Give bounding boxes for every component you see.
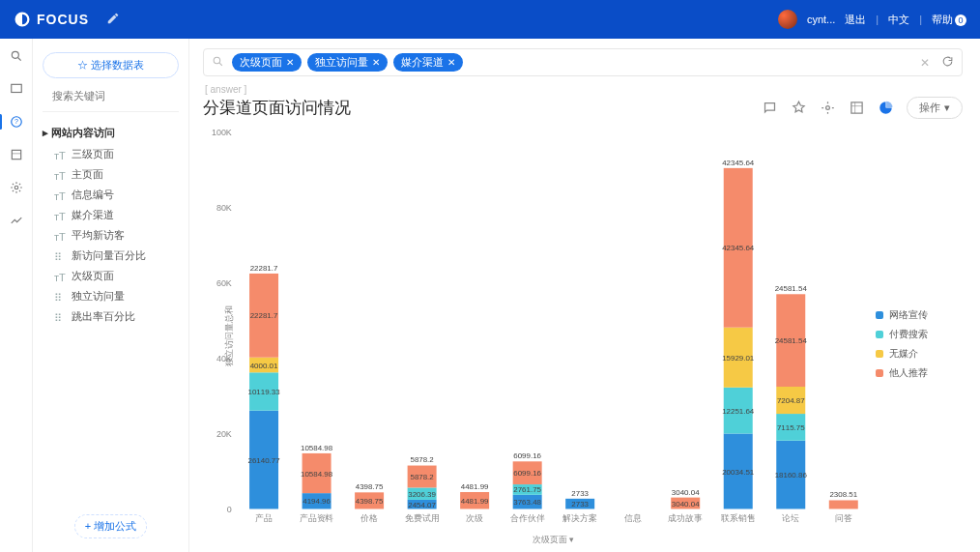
svg-text:次级页面 ▾: 次级页面 ▾: [533, 535, 574, 544]
chip-label: 独立访问量: [315, 55, 368, 70]
chip-remove-icon[interactable]: ✕: [447, 57, 455, 68]
tree-root[interactable]: ▸ 网站内容访问: [43, 122, 179, 144]
chip-remove-icon[interactable]: ✕: [372, 57, 380, 68]
brand-logo[interactable]: FOCUS: [14, 11, 89, 28]
legend-label: 网络宣传: [889, 308, 928, 322]
tree-item-label: 三级页面: [72, 147, 114, 161]
svg-text:5878.2: 5878.2: [410, 473, 434, 481]
app-header: FOCUS cynt... 退出 | 中文 | 帮助0: [0, 0, 980, 39]
svg-text:10584.98: 10584.98: [301, 444, 333, 452]
chip-remove-icon[interactable]: ✕: [286, 57, 294, 68]
svg-point-10: [214, 57, 220, 63]
tree-item[interactable]: ⠿独立访问量: [43, 286, 179, 306]
svg-text:18160.86: 18160.86: [775, 471, 808, 479]
field-type-icon: тT: [54, 150, 66, 160]
page-title: 分渠道页面访问情况: [203, 97, 351, 119]
svg-text:次级: 次级: [466, 513, 483, 523]
tree-item[interactable]: тT信息编号: [43, 185, 179, 205]
svg-point-0: [12, 51, 18, 58]
query-chip[interactable]: 独立访问量✕: [307, 53, 388, 72]
board-icon[interactable]: [9, 81, 24, 97]
svg-text:20034.51: 20034.51: [722, 467, 755, 476]
tree-item-label: 信息编号: [72, 188, 114, 202]
svg-text:产品: 产品: [255, 513, 273, 523]
tree-item-label: 媒介渠道: [72, 208, 114, 222]
pin-icon[interactable]: [791, 101, 806, 116]
svg-text:15929.01: 15929.01: [722, 354, 755, 363]
comment-icon[interactable]: [762, 101, 777, 116]
field-type-icon: ⠿: [54, 312, 66, 322]
edit-icon[interactable]: [106, 12, 120, 28]
legend-item[interactable]: 无媒介: [876, 347, 963, 361]
svg-text:7115.75: 7115.75: [777, 423, 805, 432]
add-formula-button[interactable]: + 增加公式: [74, 514, 147, 538]
refresh-icon[interactable]: [941, 55, 954, 71]
svg-text:6099.16: 6099.16: [513, 469, 541, 478]
help-link[interactable]: 帮助0: [932, 13, 966, 27]
question-icon[interactable]: ?: [9, 114, 24, 130]
tree-item[interactable]: ⠿跳出率百分比: [43, 306, 179, 327]
focus-logo-icon: [14, 11, 31, 28]
svg-rect-5: [12, 150, 20, 159]
bar-segment[interactable]: [829, 500, 858, 508]
query-chip[interactable]: 次级页面✕: [232, 53, 302, 72]
tree-item[interactable]: тT主页面: [43, 164, 179, 185]
field-type-icon: тT: [54, 231, 66, 241]
tree-item[interactable]: тT次级页面: [43, 266, 179, 286]
tree-item[interactable]: ⠿新访问量百分比: [43, 246, 179, 266]
legend-item[interactable]: 网络宣传: [876, 308, 963, 322]
legend-swatch: [876, 350, 883, 358]
lang-link[interactable]: 中文: [888, 13, 909, 27]
choose-table-button[interactable]: ☆ 选择数据表: [43, 52, 179, 78]
chart-icon[interactable]: [9, 213, 24, 228]
svg-text:3763.48: 3763.48: [513, 498, 541, 507]
legend-item[interactable]: 他人推荐: [876, 366, 963, 380]
username[interactable]: cynt...: [807, 14, 835, 25]
svg-text:10119.33: 10119.33: [248, 388, 281, 396]
clear-icon[interactable]: ✕: [916, 56, 934, 70]
breadcrumb: [ answer ]: [205, 84, 963, 95]
tree-item[interactable]: тT平均新访客: [43, 225, 179, 246]
svg-text:10584.98: 10584.98: [301, 470, 333, 479]
svg-text:论坛: 论坛: [782, 513, 799, 523]
query-chip[interactable]: 媒介渠道✕: [393, 53, 463, 72]
logout-link[interactable]: 退出: [845, 13, 866, 27]
tree-item[interactable]: тT三级页面: [43, 144, 179, 164]
query-bar[interactable]: 次级页面✕独立访问量✕媒介渠道✕ ✕: [203, 48, 963, 76]
field-tree: ▸ 网站内容访问 тT三级页面тT主页面тT信息编号тT媒介渠道тT平均新访客⠿…: [43, 122, 179, 327]
svg-text:信息: 信息: [624, 513, 642, 523]
table-icon[interactable]: [849, 101, 864, 116]
legend-swatch: [876, 369, 883, 377]
svg-text:22281.7: 22281.7: [250, 311, 278, 320]
tree-item[interactable]: тT媒介渠道: [43, 205, 179, 225]
legend-label: 他人推荐: [889, 366, 928, 380]
svg-text:24581.54: 24581.54: [775, 336, 808, 345]
svg-text:100K: 100K: [212, 128, 232, 137]
svg-text:2733: 2733: [571, 489, 589, 498]
sidebar-search[interactable]: [43, 78, 179, 112]
svg-text:0: 0: [227, 504, 232, 513]
legend-item[interactable]: 付费搜索: [876, 328, 963, 341]
data-icon[interactable]: [9, 147, 24, 162]
ops-button[interactable]: 操作 ▾: [907, 97, 963, 119]
gear-icon[interactable]: [820, 101, 835, 116]
sidebar-search-input[interactable]: [52, 90, 186, 102]
chevron-down-icon: ▾: [944, 102, 950, 114]
pie-chart-icon[interactable]: [878, 101, 893, 116]
svg-text:2454.07: 2454.07: [408, 501, 436, 509]
field-type-icon: тT: [54, 272, 66, 281]
gear-icon[interactable]: [9, 180, 24, 195]
search-icon: [212, 55, 224, 71]
y-axis-title: 独立访问量总和: [223, 305, 236, 366]
svg-point-12: [825, 106, 829, 110]
search-icon[interactable]: [9, 48, 24, 64]
svg-text:免费试用: 免费试用: [405, 513, 440, 523]
chip-label: 媒介渠道: [401, 55, 444, 70]
avatar[interactable]: [778, 10, 797, 29]
bar-chart[interactable]: 020K40K60K80K100K26140.7710119.334000.01…: [203, 125, 876, 546]
chip-label: 次级页面: [240, 55, 282, 70]
svg-text:问答: 问答: [835, 513, 852, 523]
legend-label: 无媒介: [889, 347, 918, 361]
svg-text:价格: 价格: [360, 513, 378, 523]
tree-item-label: 平均新访客: [72, 228, 125, 243]
